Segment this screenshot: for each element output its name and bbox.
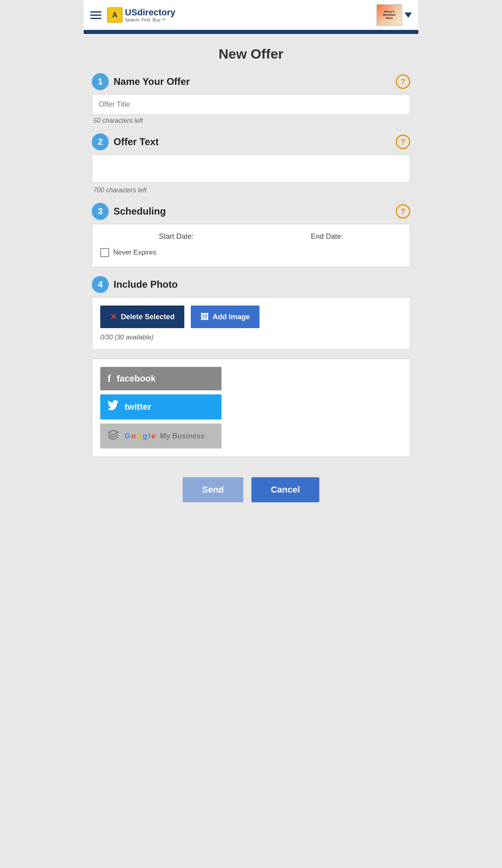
- google-my-business-label: Google My Business: [124, 432, 205, 440]
- logo-name: USdirectory: [125, 8, 175, 17]
- bottom-buttons: Send Cancel: [92, 469, 410, 506]
- never-expires-label: Never Expires: [113, 249, 156, 257]
- hamburger-line: [90, 11, 101, 13]
- image-icon: 🖼: [200, 312, 209, 322]
- never-expires-checkbox[interactable]: [100, 248, 109, 257]
- send-button[interactable]: Send: [183, 477, 243, 502]
- hamburger-menu-button[interactable]: [90, 11, 101, 19]
- twitter-button[interactable]: twitter: [100, 394, 221, 419]
- photo-count: 0/30 (30 available): [100, 334, 402, 341]
- step1-help-icon[interactable]: ?: [396, 74, 410, 89]
- delete-selected-label: Delete Selected: [121, 313, 175, 321]
- step3-title: Scheduling: [114, 206, 166, 217]
- start-date-label: Start Date:: [159, 232, 194, 241]
- offer-text-input[interactable]: [92, 154, 410, 183]
- logo-text: USdirectory Search. Find. Buy.™: [125, 8, 175, 22]
- delete-icon: ✕: [110, 312, 117, 322]
- google-my-business-button[interactable]: Google My Business: [100, 423, 221, 449]
- step1-badge: 1: [92, 73, 109, 90]
- facebook-icon: f: [108, 373, 111, 385]
- store-logo[interactable]: Henry'sHardwareStore: [376, 4, 402, 26]
- step4-title: Include Photo: [114, 279, 178, 290]
- step2-section: 2 Offer Text ? 700 characters left: [92, 133, 410, 194]
- step3-badge: 3: [92, 203, 109, 220]
- main-content: New Offer 1 Name Your Offer ? 50 charact…: [84, 34, 418, 522]
- step2-help-icon[interactable]: ?: [396, 135, 410, 149]
- offer-title-input[interactable]: [92, 94, 410, 115]
- step1-title: Name Your Offer: [114, 76, 190, 87]
- header-right: Henry'sHardwareStore: [376, 4, 412, 26]
- store-name: Henry'sHardwareStore: [383, 10, 396, 19]
- step2-badge: 2: [92, 133, 109, 150]
- google-icon: [108, 429, 119, 443]
- step2-header: 2 Offer Text ?: [92, 133, 410, 150]
- step1-char-count: 50 characters left: [92, 117, 410, 124]
- step3-help-icon[interactable]: ?: [396, 204, 410, 219]
- logo-icon: A: [107, 7, 122, 23]
- step4-header: 4 Include Photo: [92, 276, 410, 293]
- scheduling-box: Start Date: End Date: Never Expires: [92, 224, 410, 267]
- twitter-label: twitter: [124, 402, 151, 412]
- hamburger-line: [90, 18, 101, 19]
- header-left: A USdirectory Search. Find. Buy.™: [90, 7, 175, 23]
- hamburger-line: [90, 15, 101, 16]
- step3-header: 3 Scheduling ?: [92, 203, 410, 220]
- step3-section: 3 Scheduling ? Start Date: End Date: Nev…: [92, 203, 410, 267]
- step1-header: 1 Name Your Offer ?: [92, 73, 410, 90]
- delete-selected-button[interactable]: ✕ Delete Selected: [100, 305, 184, 328]
- social-box: f facebook twitter Google My Business: [92, 358, 410, 457]
- twitter-icon: [108, 400, 119, 414]
- step1-header-left: 1 Name Your Offer: [92, 73, 190, 90]
- never-expires-row: Never Expires: [100, 248, 402, 257]
- step4-badge: 4: [92, 276, 109, 293]
- photo-box: ✕ Delete Selected 🖼 Add Image 0/30 (30 a…: [92, 297, 410, 350]
- cancel-button[interactable]: Cancel: [251, 477, 319, 502]
- logo-container: A USdirectory Search. Find. Buy.™: [107, 7, 175, 23]
- photo-buttons: ✕ Delete Selected 🖼 Add Image: [100, 305, 402, 328]
- step4-header-left: 4 Include Photo: [92, 276, 178, 293]
- step2-header-left: 2 Offer Text: [92, 133, 159, 150]
- step3-header-left: 3 Scheduling: [92, 203, 166, 220]
- scheduling-dates: Start Date: End Date:: [100, 232, 402, 241]
- logo-tagline: Search. Find. Buy.™: [125, 17, 175, 22]
- end-date-label: End Date:: [311, 232, 343, 241]
- step2-char-count: 700 characters left: [92, 187, 410, 194]
- facebook-label: facebook: [117, 373, 156, 384]
- step2-title: Offer Text: [114, 136, 159, 147]
- header: A USdirectory Search. Find. Buy.™ Henry'…: [84, 0, 418, 32]
- page-title: New Offer: [92, 46, 410, 62]
- add-image-label: Add Image: [213, 313, 250, 321]
- add-image-button[interactable]: 🖼 Add Image: [191, 305, 259, 328]
- step4-section: 4 Include Photo ✕ Delete Selected 🖼 Add …: [92, 276, 410, 350]
- store-dropdown-button[interactable]: [405, 13, 412, 18]
- facebook-button[interactable]: f facebook: [100, 367, 221, 390]
- step1-section: 1 Name Your Offer ? 50 characters left: [92, 73, 410, 124]
